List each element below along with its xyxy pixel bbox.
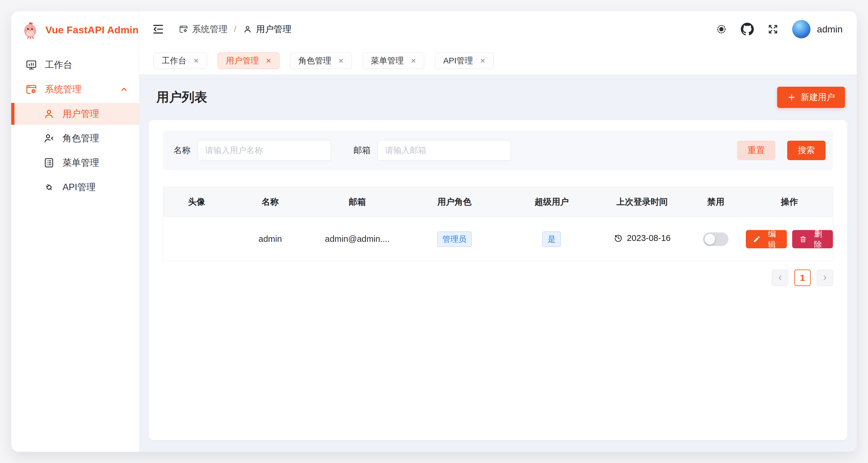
- role-user-arrow-icon: [43, 132, 55, 144]
- search-actions: 重置 搜索: [737, 141, 826, 160]
- main-area: 系统管理 / 用户管理: [139, 11, 857, 452]
- close-icon[interactable]: ×: [411, 56, 416, 65]
- header-actions: admin: [715, 20, 843, 38]
- tab-label: API管理: [443, 55, 473, 66]
- app-window: Vue FastAPI Admin 工作台: [11, 11, 857, 452]
- breadcrumb-label: 用户管理: [256, 23, 291, 35]
- fullscreen-icon[interactable]: [767, 24, 779, 35]
- plus-icon: [787, 93, 796, 102]
- new-user-button-label: 新建用户: [801, 91, 835, 103]
- chevron-right-icon: [821, 274, 829, 282]
- edit-button-label: 编辑: [764, 229, 779, 250]
- api-plug-icon: [43, 181, 55, 193]
- sidebar-item-roles[interactable]: 角色管理: [11, 127, 139, 149]
- sidebar: Vue FastAPI Admin 工作台: [11, 11, 139, 452]
- app-title: Vue FastAPI Admin: [45, 24, 139, 36]
- pagination-page-1[interactable]: 1: [794, 269, 811, 286]
- breadcrumb-item-system[interactable]: 系统管理: [179, 23, 227, 35]
- col-email: 邮箱: [310, 187, 404, 217]
- sidebar-item-system[interactable]: 系统管理: [11, 78, 139, 100]
- new-user-button[interactable]: 新建用户: [777, 87, 845, 108]
- sidebar-item-label: 系统管理: [45, 83, 82, 96]
- cell-name: admin: [230, 217, 311, 261]
- history-clock-icon: [614, 234, 623, 243]
- sidebar-item-label: 角色管理: [63, 132, 99, 144]
- sidebar-item-label: 用户管理: [63, 108, 99, 120]
- close-icon[interactable]: ×: [193, 56, 199, 65]
- tab-users[interactable]: 用户管理 ×: [218, 53, 280, 69]
- tab-roles[interactable]: 角色管理 ×: [290, 53, 352, 69]
- tab-bar: 工作台 × 用户管理 × 角色管理 × 菜单管理 × API管理 ×: [139, 47, 857, 75]
- page-title: 用户列表: [156, 89, 207, 106]
- search-button[interactable]: 搜索: [787, 141, 826, 160]
- email-field-group: 邮箱: [353, 140, 511, 161]
- sidebar-item-users[interactable]: 用户管理: [11, 103, 139, 125]
- role-tag: 管理员: [437, 232, 472, 247]
- cell-disabled: [686, 217, 746, 261]
- email-label: 邮箱: [353, 144, 371, 156]
- name-input[interactable]: [198, 140, 331, 161]
- delete-button-label: 删除: [810, 229, 826, 250]
- top-header: 系统管理 / 用户管理: [139, 11, 857, 47]
- tab-menus[interactable]: 菜单管理 ×: [363, 53, 425, 69]
- github-icon[interactable]: [741, 23, 754, 36]
- col-actions: 操作: [746, 187, 833, 217]
- table-row: admin admin@admin.... 管理员 是: [163, 217, 833, 261]
- page-header: 用户列表 新建用户: [149, 75, 847, 120]
- users-table: 头像 名称 邮箱 用户角色 超级用户 上次登录时间 禁用 操作: [163, 187, 833, 261]
- sidebar-item-menus[interactable]: 菜单管理: [11, 152, 139, 174]
- sidebar-item-api[interactable]: API管理: [11, 176, 139, 198]
- reset-button[interactable]: 重置: [737, 141, 775, 160]
- breadcrumb-label: 系统管理: [192, 23, 227, 35]
- theme-sun-icon[interactable]: [715, 23, 727, 35]
- sidebar-item-label: 菜单管理: [63, 157, 99, 169]
- breadcrumb-item-users[interactable]: 用户管理: [243, 23, 291, 35]
- pagination-prev[interactable]: [772, 269, 788, 286]
- system-gear-window-icon: [25, 84, 37, 95]
- sidebar-menu: 工作台 系统管理: [11, 51, 139, 201]
- tab-label: 用户管理: [226, 55, 259, 66]
- col-superuser: 超级用户: [505, 187, 599, 217]
- menu-list-icon: [43, 157, 55, 169]
- sidebar-collapse-icon[interactable]: [152, 23, 165, 36]
- close-icon[interactable]: ×: [338, 56, 344, 65]
- toggle-knob: [705, 234, 715, 244]
- sidebar-item-label: API管理: [63, 181, 96, 194]
- pagination-next[interactable]: [817, 269, 833, 286]
- col-disabled: 禁用: [686, 187, 746, 217]
- sidebar-item-workbench[interactable]: 工作台: [11, 54, 139, 76]
- name-label: 名称: [174, 144, 191, 156]
- username[interactable]: admin: [817, 24, 843, 35]
- breadcrumb-separator: /: [234, 25, 236, 34]
- col-last-login: 上次登录时间: [599, 187, 686, 217]
- user-icon: [43, 108, 55, 120]
- search-panel: 名称 邮箱 重置 搜索: [163, 131, 833, 170]
- user-list-card: 名称 邮箱 重置 搜索: [149, 120, 847, 440]
- last-login-value: 2023-08-16: [627, 233, 671, 243]
- email-input[interactable]: [378, 140, 511, 161]
- edit-button[interactable]: 编辑: [746, 230, 786, 248]
- cell-email: admin@admin....: [310, 217, 404, 261]
- logo: Vue FastAPI Admin: [11, 11, 139, 44]
- tab-api[interactable]: API管理 ×: [435, 53, 494, 69]
- close-icon[interactable]: ×: [480, 56, 485, 65]
- sidebar-item-label: 工作台: [45, 59, 72, 71]
- tab-workbench[interactable]: 工作台 ×: [153, 53, 207, 69]
- breadcrumb: 系统管理 / 用户管理: [179, 23, 291, 35]
- cell-avatar: [163, 217, 230, 261]
- avatar[interactable]: [792, 20, 810, 38]
- cell-role: 管理员: [404, 217, 505, 261]
- workbench-monitor-icon: [25, 59, 37, 71]
- chevron-left-icon: [776, 274, 784, 282]
- content-area: 用户列表 新建用户 名称: [139, 75, 857, 452]
- col-role: 用户角色: [404, 187, 505, 217]
- delete-button[interactable]: 删除: [792, 230, 833, 248]
- cell-actions: 编辑: [746, 217, 833, 261]
- disabled-toggle[interactable]: [703, 232, 728, 246]
- name-field-group: 名称: [174, 140, 331, 161]
- close-icon[interactable]: ×: [266, 56, 272, 65]
- col-name: 名称: [230, 187, 311, 217]
- pagination: 1: [163, 269, 833, 286]
- tab-label: 菜单管理: [371, 55, 404, 66]
- delete-trash-icon: [799, 235, 807, 243]
